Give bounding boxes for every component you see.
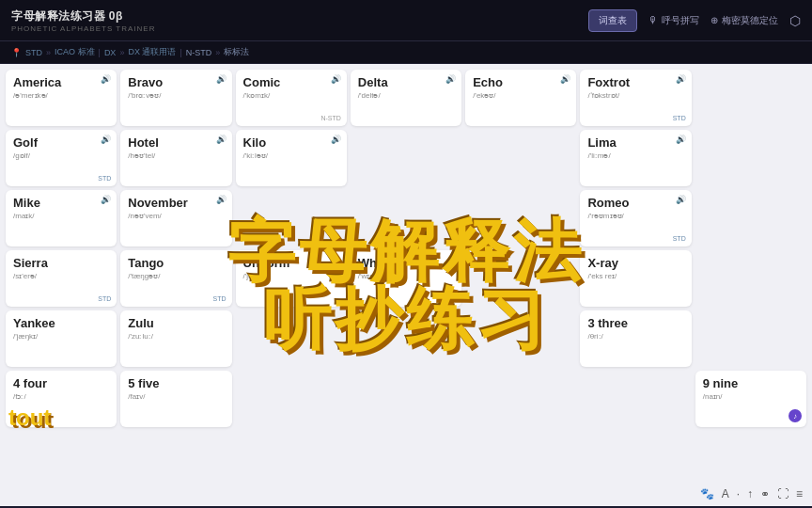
card-empty-11 — [236, 310, 347, 367]
speaker-icon: 🔊 — [676, 195, 686, 204]
card-empty-18 — [580, 371, 691, 427]
card-empty-15 — [236, 371, 347, 427]
settings-icon[interactable]: A — [722, 487, 729, 500]
github-icon[interactable]: ⬡ — [789, 13, 801, 28]
speaker-icon: 🔊 — [216, 74, 226, 84]
bottom-toolbar: 🐾 A · ↑ ⚭ ⛶ ≡ — [700, 487, 803, 500]
speaker-icon: 🔊 — [560, 74, 570, 84]
app-title: 字母解释法练习器 0β — [11, 8, 155, 24]
card-empty-2 — [351, 130, 461, 186]
card-november[interactable]: 🔊 November /nəʊ'vem/ — [120, 190, 231, 246]
app-branding: 字母解释法练习器 0β PHONETIC ALPHABETS TRAINER — [11, 8, 155, 33]
pronounce-button[interactable]: 🎙 呼号拼写 — [648, 14, 699, 27]
card-mike[interactable]: 🔊 Mike /maɪk/ — [6, 190, 117, 246]
speaker-icon: 🔊 — [445, 74, 456, 84]
card-9nine[interactable]: 9 nine /naɪn/ ♪ — [695, 371, 806, 427]
up-icon[interactable]: ↑ — [747, 487, 753, 500]
dot-icon: · — [737, 487, 740, 500]
card-lima[interactable]: 🔊 Lima /'liːmə/ — [580, 130, 691, 186]
breadcrumb-icao[interactable]: ICAO 标准 — [55, 46, 95, 58]
card-tango[interactable]: Tango /'tæŋgəʊ/ STD — [120, 250, 231, 307]
card-comic[interactable]: 🔊 Comic /'kɒmɪk/ N-STD — [236, 70, 347, 126]
breadcrumb-std[interactable]: STD — [25, 48, 42, 57]
card-kilo[interactable]: 🔊 Kilo /'kiːləʊ/ — [236, 130, 347, 186]
card-golf[interactable]: 🔊 Golf /gɒlf/ STD — [6, 130, 117, 186]
tout-label: tout — [8, 405, 51, 431]
card-zulu[interactable]: Zulu /'zuːluː/ — [120, 310, 231, 367]
card-empty-10 — [695, 250, 806, 307]
card-empty-16 — [351, 371, 461, 427]
card-empty-17 — [465, 371, 576, 427]
link-icon[interactable]: ⚭ — [760, 487, 770, 500]
breadcrumb-icon: 📍 — [11, 48, 22, 57]
card-delta[interactable]: 🔊 Delta /'deltə/ — [351, 70, 461, 126]
card-3three[interactable]: 3 three /θriː/ — [580, 310, 691, 367]
menu-icon[interactable]: ≡ — [796, 487, 803, 500]
card-empty-5 — [236, 190, 347, 246]
position-button[interactable]: ⊕ 梅密莫德定位 — [710, 14, 778, 27]
card-empty-4 — [695, 130, 806, 186]
quiz-button[interactable]: 词查表 — [588, 9, 637, 32]
card-xray[interactable]: X-ray /'eks reɪ/ — [580, 250, 691, 307]
mic-icon: 🎙 — [648, 15, 658, 25]
card-empty-6 — [351, 190, 461, 246]
audio-indicator: ♪ — [789, 409, 802, 422]
card-empty-8 — [695, 190, 806, 246]
card-whiskey[interactable]: Whiskey /'wɪskɪ/ STD — [351, 250, 461, 307]
chart-icon[interactable]: ⛶ — [777, 487, 789, 500]
card-empty-12 — [351, 310, 461, 367]
card-yankee[interactable]: Yankee /'jæŋkɪ/ — [6, 310, 117, 367]
breadcrumb-dx-usage[interactable]: DX 通联用语 — [128, 46, 176, 58]
card-hotel[interactable]: 🔊 Hotel /həʊ'tel/ — [120, 130, 231, 186]
card-empty-13 — [465, 310, 576, 367]
card-romeo[interactable]: 🔊 Romeo /'rəʊmɪəʊ/ STD — [580, 190, 691, 246]
speaker-icon: 🔊 — [216, 135, 226, 144]
card-foxtrot[interactable]: 🔊 Foxtrot /ˈfɒkstrɒt/ STD — [580, 70, 691, 126]
speaker-icon: 🔊 — [101, 74, 111, 84]
cards-grid: 🔊 America /ə'merɪkə/ 🔊 Bravo /'brɑːvəʊ/ … — [0, 64, 812, 433]
card-america[interactable]: 🔊 America /ə'merɪkə/ — [6, 70, 117, 126]
app-header: 字母解释法练习器 0β PHONETIC ALPHABETS TRAINER 词… — [0, 0, 812, 41]
speaker-icon: 🔊 — [676, 74, 686, 84]
breadcrumb-nstd[interactable]: N-STD — [186, 48, 212, 57]
speaker-icon: 🔊 — [216, 195, 226, 204]
paw-icon: 🐾 — [700, 487, 714, 500]
target-icon: ⊕ — [710, 15, 718, 25]
card-empty-7 — [465, 190, 576, 246]
card-5five[interactable]: 5 five /faɪv/ — [120, 371, 231, 427]
speaker-icon: 🔊 — [101, 135, 111, 144]
breadcrumb: 📍 STD » ICAO 标准 | DX » DX 通联用语 | N-STD »… — [0, 41, 812, 64]
card-empty-1 — [695, 70, 806, 126]
breadcrumb-dx[interactable]: DX — [104, 48, 117, 57]
card-uniform[interactable]: Uniform /'juːnɪ/ — [236, 250, 347, 307]
card-empty-3 — [465, 130, 576, 186]
speaker-icon: 🔊 — [331, 135, 341, 144]
card-sierra[interactable]: Sierra /sɪ'erə/ STD — [6, 250, 117, 307]
main-content: 🔊 America /ə'merɪkə/ 🔊 Bravo /'brɑːvəʊ/ … — [0, 64, 812, 506]
speaker-icon: 🔊 — [101, 195, 111, 204]
card-empty-14 — [695, 310, 806, 367]
speaker-icon: 🔊 — [331, 74, 341, 84]
card-bravo[interactable]: 🔊 Bravo /'brɑːvəʊ/ — [120, 70, 231, 126]
app-subtitle: PHONETIC ALPHABETS TRAINER — [11, 24, 155, 33]
speaker-icon: 🔊 — [676, 135, 686, 144]
header-actions: 词查表 🎙 呼号拼写 ⊕ 梅密莫德定位 ⬡ — [588, 9, 801, 32]
breadcrumb-biaobiao[interactable]: 标标法 — [224, 46, 249, 58]
card-echo[interactable]: 🔊 Echo /'ekəʊ/ — [465, 70, 576, 126]
card-empty-9 — [465, 250, 576, 307]
